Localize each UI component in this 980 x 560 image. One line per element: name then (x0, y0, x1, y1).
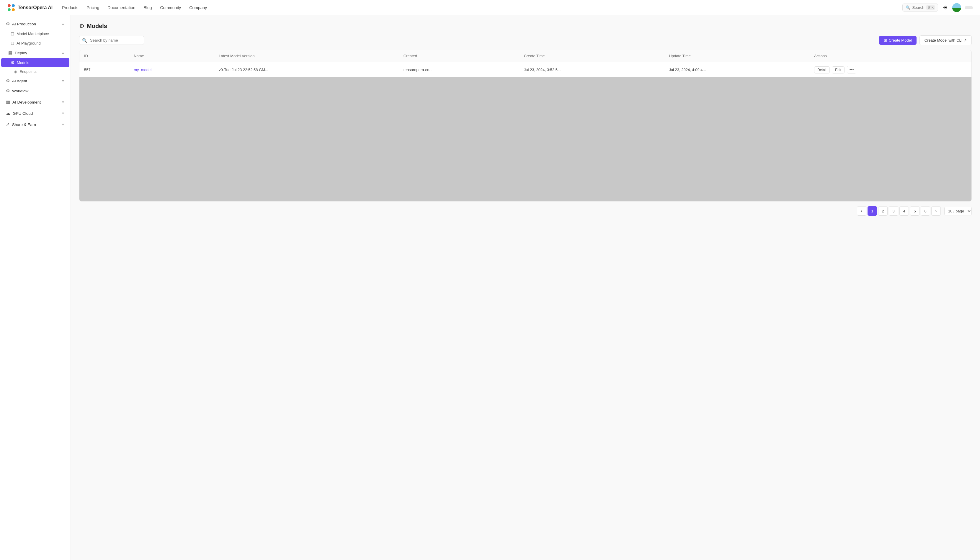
page-1-button[interactable]: 1 (868, 206, 877, 216)
row-update-time: Jul 23, 2024, 4:09:4... (664, 62, 810, 78)
search-input-icon: 🔍 (82, 38, 87, 43)
sidebar-section-gpu-cloud: ☁ GPU Cloud ▼ (0, 108, 70, 118)
col-latest-version: Latest Model Version (214, 50, 399, 62)
page-4-button[interactable]: 4 (900, 206, 909, 216)
sidebar-section-ai-development: ▦ AI Development ▼ (0, 97, 70, 107)
endpoints-label: Endpoints (20, 69, 37, 74)
deploy-label: Deploy (15, 51, 27, 55)
page-size-select[interactable]: 10 / page (944, 207, 972, 215)
deploy-chevron: ▲ (62, 51, 65, 55)
search-shortcut: ⌘ K (926, 5, 935, 10)
col-id: ID (79, 50, 129, 62)
main-content: ⚙ Models 🔍 ⊞ Create Model Create Model w… (71, 15, 980, 560)
more-actions-button[interactable]: ••• (847, 66, 856, 73)
nav-right: 🔍 Search ⌘ K ☀ (902, 3, 973, 12)
sidebar-share-earn-header[interactable]: ↗ Share & Earn ▼ (1, 120, 69, 130)
sidebar-item-endpoints[interactable]: ◉ Endpoints (1, 67, 69, 76)
row-create-time: Jul 23, 2024, 3:52:5... (519, 62, 664, 78)
sidebar-section-share-earn: ↗ Share & Earn ▼ (0, 120, 70, 130)
ai-agent-chevron: ▼ (62, 79, 65, 83)
row-id: 557 (79, 62, 129, 78)
sidebar-item-models[interactable]: ⚙ Models (1, 58, 69, 67)
table-header-row: ID Name Latest Model Version Created Cre… (79, 50, 972, 62)
col-update-time: Update Time (664, 50, 810, 62)
endpoints-icon: ◉ (14, 70, 17, 74)
row-created: tensoropera-co... (399, 62, 519, 78)
gray-placeholder (79, 77, 972, 201)
pagination: ‹ 1 2 3 4 5 6 › 10 / page (79, 206, 972, 216)
sidebar-ai-development-header[interactable]: ▦ AI Development ▼ (1, 97, 69, 107)
sidebar-item-model-marketplace[interactable]: ◻ Model Marketplace (1, 29, 69, 38)
model-marketplace-icon: ◻ (11, 31, 14, 36)
models-table: ID Name Latest Model Version Created Cre… (79, 50, 972, 77)
ai-agent-icon: ⚙ (6, 78, 10, 83)
models-label: Models (17, 60, 29, 65)
nav-pricing[interactable]: Pricing (87, 5, 100, 10)
share-earn-chevron: ▼ (62, 123, 65, 126)
deploy-icon: ▦ (8, 50, 12, 55)
nav-products[interactable]: Products (62, 5, 78, 10)
sidebar-gpu-cloud-header[interactable]: ☁ GPU Cloud ▼ (1, 108, 69, 118)
toolbar-right: ⊞ Create Model Create Model with CLI ↗ (879, 35, 972, 45)
logo[interactable]: TensorOpera AI (7, 3, 53, 12)
user-button[interactable] (965, 6, 973, 9)
theme-toggle-button[interactable]: ☀ (942, 3, 949, 12)
avatar[interactable] (952, 3, 961, 12)
create-model-cli-button[interactable]: Create Model with CLI ↗ (920, 35, 972, 45)
sidebar-deploy-header[interactable]: ▦ Deploy ▲ (1, 48, 69, 58)
ai-development-chevron: ▼ (62, 100, 65, 104)
ai-production-icon: ⚙ (6, 21, 10, 27)
col-actions: Actions (810, 50, 972, 62)
search-button[interactable]: 🔍 Search ⌘ K (902, 3, 938, 12)
search-wrap: 🔍 (79, 36, 144, 45)
sidebar-ai-agent-header[interactable]: ⚙ AI Agent ▼ (1, 76, 69, 86)
gpu-cloud-icon: ☁ (6, 111, 10, 116)
table-head: ID Name Latest Model Version Created Cre… (79, 50, 972, 62)
nav-company[interactable]: Company (189, 5, 207, 10)
page-3-button[interactable]: 3 (889, 206, 898, 216)
row-name: my_model (129, 62, 214, 78)
share-earn-label: Share & Earn (12, 122, 36, 127)
ai-playground-icon: ◻ (11, 40, 14, 46)
sidebar-section-ai-production-header[interactable]: ⚙ AI Production ▲ (1, 19, 69, 29)
search-input[interactable] (79, 36, 144, 45)
page-icon: ⚙ (79, 22, 84, 30)
ai-agent-label: AI Agent (12, 79, 27, 83)
col-name: Name (129, 50, 214, 62)
page-2-button[interactable]: 2 (878, 206, 888, 216)
edit-button[interactable]: Edit (832, 67, 845, 73)
sidebar-workflow-header[interactable]: ⚙ Workflow (1, 86, 69, 96)
nav-blog[interactable]: Blog (144, 5, 152, 10)
share-earn-icon: ↗ (6, 122, 10, 127)
next-page-button[interactable]: › (931, 206, 941, 216)
ai-production-chevron: ▲ (62, 22, 65, 26)
create-model-button[interactable]: ⊞ Create Model (879, 36, 917, 45)
nav-community[interactable]: Community (160, 5, 181, 10)
models-icon: ⚙ (11, 60, 15, 65)
top-nav: TensorOpera AI Products Pricing Document… (0, 0, 980, 15)
col-created: Created (399, 50, 519, 62)
prev-page-button[interactable]: ‹ (857, 206, 866, 216)
gpu-cloud-chevron: ▼ (62, 112, 65, 115)
workflow-label: Workflow (12, 89, 28, 93)
page-6-button[interactable]: 6 (921, 206, 930, 216)
svg-point-0 (8, 4, 11, 7)
nav-links: Products Pricing Documentation Blog Comm… (62, 5, 207, 10)
ai-playground-label: AI Playground (17, 41, 41, 45)
table-body: 557 my_model v0-Tue Jul 23 22:52:58 GM..… (79, 62, 972, 78)
ai-development-label: AI Development (12, 100, 41, 105)
ai-production-label: AI Production (12, 22, 36, 26)
row-actions: Detail Edit ••• (810, 62, 972, 78)
nav-documentation[interactable]: Documentation (107, 5, 135, 10)
page-header: ⚙ Models (79, 22, 972, 30)
model-name-link[interactable]: my_model (134, 68, 152, 72)
table-row: 557 my_model v0-Tue Jul 23 22:52:58 GM..… (79, 62, 972, 78)
sidebar-section-ai-production: ⚙ AI Production ▲ ◻ Model Marketplace ◻ … (0, 19, 70, 96)
sidebar-item-ai-playground[interactable]: ◻ AI Playground (1, 38, 69, 48)
row-latest-version: v0-Tue Jul 23 22:52:58 GM... (214, 62, 399, 78)
detail-button[interactable]: Detail (814, 67, 830, 73)
model-marketplace-label: Model Marketplace (17, 32, 49, 36)
create-plus-icon: ⊞ (884, 38, 887, 42)
page-5-button[interactable]: 5 (910, 206, 920, 216)
svg-rect-5 (952, 8, 961, 12)
